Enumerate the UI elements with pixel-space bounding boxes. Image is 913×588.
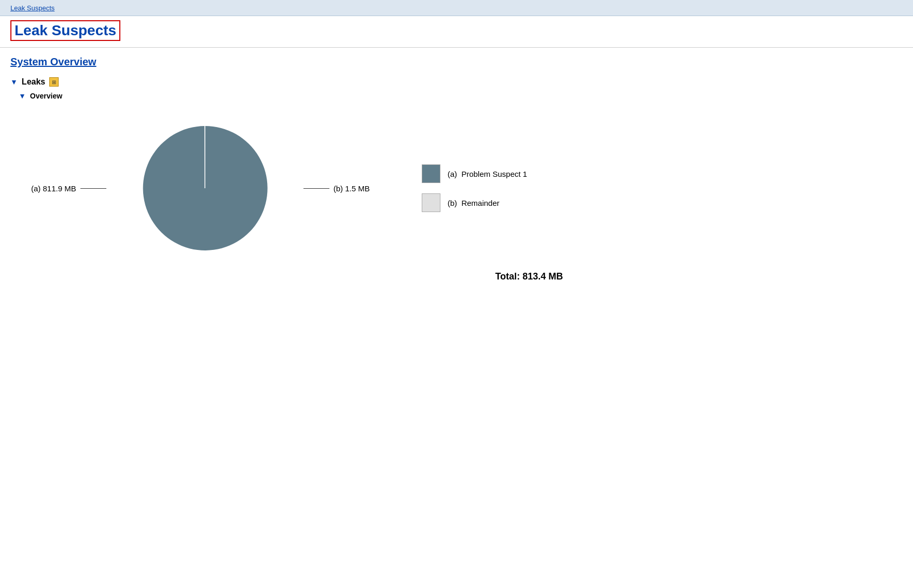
leaks-icon: ⊞ (49, 77, 59, 87)
chart-line-b (303, 188, 329, 189)
leaks-section-title: Leaks (22, 77, 45, 87)
breadcrumb-link[interactable]: Leak Suspects (10, 4, 54, 12)
legend-item-a: (a) Problem Suspect 1 (422, 164, 527, 183)
legend-color-a (422, 164, 440, 183)
chart-label-b-text: (b) 1.5 MB (334, 184, 370, 193)
legend-area: (a) Problem Suspect 1 (b) Remainder (422, 164, 527, 212)
leaks-section-header: ▼ Leaks ⊞ (10, 77, 903, 87)
legend-color-b (422, 193, 440, 212)
legend-label-a: (a) Problem Suspect 1 (448, 170, 527, 178)
pie-chart (137, 121, 272, 256)
legend-label-b: (b) Remainder (448, 199, 500, 207)
page-title-container: Leak Suspects (0, 16, 913, 48)
overview-collapse-arrow[interactable]: ▼ (19, 92, 26, 100)
breadcrumb-bar: Leak Suspects (0, 0, 913, 16)
system-overview-link[interactable]: System Overview (10, 56, 903, 68)
content-area: System Overview ▼ Leaks ⊞ ▼ Overview (a)… (0, 48, 913, 290)
legend-item-b: (b) Remainder (422, 193, 527, 212)
chart-area: (a) 811.9 MB (b) 1.5 MB (a) Problem Susp… (31, 121, 903, 256)
leaks-collapse-arrow[interactable]: ▼ (10, 78, 18, 86)
chart-label-b: (b) 1.5 MB (303, 184, 370, 193)
chart-label-a-text: (a) 811.9 MB (31, 184, 76, 193)
page-title: Leak Suspects (10, 20, 120, 41)
chart-label-a: (a) 811.9 MB (31, 184, 106, 193)
overview-section-title: Overview (30, 92, 62, 100)
overview-section-header: ▼ Overview (19, 92, 903, 100)
chart-total: Total: 813.4 MB (156, 271, 903, 282)
chart-line-a (80, 188, 106, 189)
